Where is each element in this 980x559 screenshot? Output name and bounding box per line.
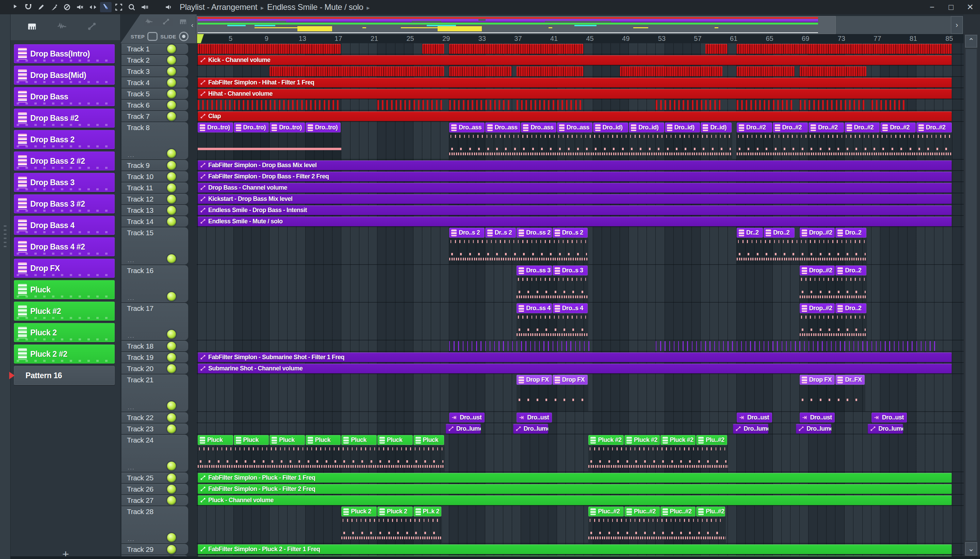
pattern-clip[interactable]: Drop FX (516, 375, 552, 385)
slip-tool-icon[interactable] (87, 2, 99, 12)
pattern-clip[interactable]: Dro..ass (557, 122, 592, 132)
track-header-row[interactable]: Track 2 (122, 55, 188, 65)
pattern-stripes-clip[interactable] (800, 100, 866, 110)
piano-icon[interactable] (27, 22, 37, 33)
track-mute-led[interactable] (167, 425, 176, 433)
pattern-clip[interactable]: Dro..s 4 (553, 303, 588, 313)
slice-tool-icon[interactable] (100, 2, 112, 12)
automation-clip[interactable]: Dro..lume (868, 424, 903, 434)
pattern-stripes-clip[interactable] (800, 66, 866, 76)
track-header-row[interactable]: Track 3 (122, 66, 188, 77)
track-mute-led[interactable] (167, 473, 176, 482)
minimize-button[interactable]: − (927, 2, 937, 12)
track-header-row[interactable]: Track 7 (122, 111, 188, 122)
track-header-row[interactable]: Track 5 (122, 89, 188, 99)
automation-clip[interactable]: Dro..lume (796, 424, 831, 434)
pattern-clip[interactable]: Dro..ss 3 (516, 266, 552, 275)
pattern-item[interactable]: Drop Bass(Intro) (14, 44, 115, 63)
automation-clip[interactable]: FabFilter Simplon - Pluck - Filter 1 Fre… (198, 473, 952, 483)
link-icon[interactable] (87, 22, 97, 33)
pattern-clip[interactable]: Dro..s 3 (553, 266, 588, 275)
pattern-stripes-clip[interactable] (449, 66, 511, 76)
automation-clip[interactable]: FabFilter Simplon - Drop Bass - Filter 2… (198, 172, 952, 182)
mute-tool-icon[interactable] (74, 2, 86, 12)
track-header-row[interactable]: Track 15... (122, 227, 188, 265)
automation-clip[interactable]: Drop Bass - Channel volume (198, 183, 952, 193)
automation-clip[interactable]: FabFilter Simplon - Submarine Shot - Fil… (198, 352, 952, 362)
pattern-clip[interactable]: Dro..#2 (880, 122, 916, 132)
pattern-clip[interactable]: Pluck (305, 435, 341, 445)
pattern-stripes-clip[interactable] (449, 100, 511, 110)
link-icon[interactable] (162, 18, 170, 27)
play-arrow-icon[interactable] (10, 2, 21, 12)
pattern-clip[interactable]: Dro..2 (835, 228, 866, 238)
slide-toggle[interactable] (179, 31, 188, 41)
audio-clip[interactable]: Dro..ust (737, 413, 772, 422)
pattern-stripes-clip[interactable] (198, 44, 341, 54)
pattern-item[interactable]: Drop Bass 2 #2 (14, 152, 115, 170)
pattern-clip[interactable]: Pluck 2 (341, 506, 377, 516)
pattern-clip[interactable]: Pluck (234, 435, 269, 445)
pattern-clip[interactable]: Dro..id) (629, 122, 664, 132)
pattern-clip[interactable]: Dro..ss 2 (516, 228, 552, 238)
pattern-clip[interactable]: Drop..#2 (800, 303, 835, 313)
pattern-clip[interactable]: Dr..2 (737, 228, 763, 238)
pattern-clip[interactable]: Drop FX (553, 375, 588, 385)
pattern-stripes-clip[interactable] (449, 44, 583, 54)
pattern-clip[interactable]: Pl..k 2 (413, 506, 441, 516)
playlist-track-lane[interactable] (197, 506, 964, 544)
track-header-row[interactable]: Track 13 (122, 205, 188, 215)
pattern-item[interactable]: Drop Bass 3 #2 (14, 194, 115, 213)
track-header-row[interactable]: Track 8... (122, 122, 188, 159)
pattern-item[interactable]: Pluck 2 #2 (14, 344, 115, 364)
automation-clip[interactable]: Clap (198, 111, 952, 121)
pattern-clip[interactable]: Dro..ass (485, 122, 521, 132)
track-header-row[interactable]: Track 28... (122, 506, 188, 543)
pattern-clip[interactable]: Pluck #2 (624, 435, 660, 445)
pattern-clip[interactable]: Dro..s 2 (553, 228, 588, 238)
pattern-clip[interactable]: Dro..#2 (808, 122, 844, 132)
audio-clip[interactable]: Dro..ust (449, 413, 485, 422)
track-header-row[interactable]: Track 21... (122, 374, 188, 412)
track-mute-led[interactable] (167, 401, 176, 410)
automation-clip[interactable]: Kick - Channel volume (198, 55, 952, 65)
pattern-item[interactable]: Drop Bass (14, 87, 115, 106)
zoom-tool-icon[interactable] (126, 2, 137, 12)
scroll-up-button[interactable]: ⌃ (965, 35, 977, 48)
vertical-scrollbar[interactable] (965, 48, 977, 541)
pattern-clip[interactable]: Drop..#2 (800, 228, 835, 238)
track-header-row[interactable]: Track 6 (122, 100, 188, 110)
track-header-row[interactable]: Track 14 (122, 216, 188, 227)
pattern-stripes-clip[interactable] (737, 100, 795, 110)
track-mute-led[interactable] (167, 45, 176, 53)
timeline-ruler[interactable]: 5913172125293337414549535761656973778185 (197, 34, 964, 43)
track-header-row[interactable]: Track 11 (122, 182, 188, 193)
pattern-clip[interactable]: Dro..tro) (305, 122, 341, 132)
pattern-item[interactable]: Pluck 2 (14, 323, 115, 342)
track-header-row[interactable]: Track 17... (122, 303, 188, 340)
track-mute-led[interactable] (167, 89, 176, 98)
pattern-item[interactable]: Drop Bass 2 (14, 130, 115, 149)
pattern-ticks-clip[interactable] (656, 341, 938, 351)
overview-scroll-right-button[interactable]: › (951, 16, 963, 34)
panel-grip[interactable] (4, 225, 7, 247)
audio-clip[interactable]: Dro..ust (871, 413, 907, 422)
pattern-clip[interactable]: Dr..s 2 (485, 228, 516, 238)
select-tool-icon[interactable] (113, 2, 125, 12)
pattern-clip[interactable]: Pluck (341, 435, 377, 445)
pattern-item[interactable]: Pattern 16 (14, 366, 115, 385)
track-header-row[interactable]: Track 9 (122, 160, 188, 170)
track-mute-led[interactable] (167, 533, 176, 542)
delete-slash-icon[interactable] (61, 2, 73, 12)
track-mute-led[interactable] (167, 545, 176, 554)
pattern-clip[interactable]: Dro..id) (665, 122, 700, 132)
track-mute-led[interactable] (167, 485, 176, 494)
track-mute-led[interactable] (167, 206, 176, 215)
track-collapse-dots[interactable]: ... (128, 294, 135, 302)
pattern-clip[interactable]: Pluc..#2 (660, 506, 696, 516)
step-toggle[interactable] (147, 32, 158, 41)
pattern-clip[interactable]: Dr..id) (701, 122, 731, 132)
pattern-clip[interactable]: Pluck (198, 435, 233, 445)
pattern-clip[interactable]: Pluck (413, 435, 444, 445)
track-mute-led[interactable] (167, 353, 176, 362)
